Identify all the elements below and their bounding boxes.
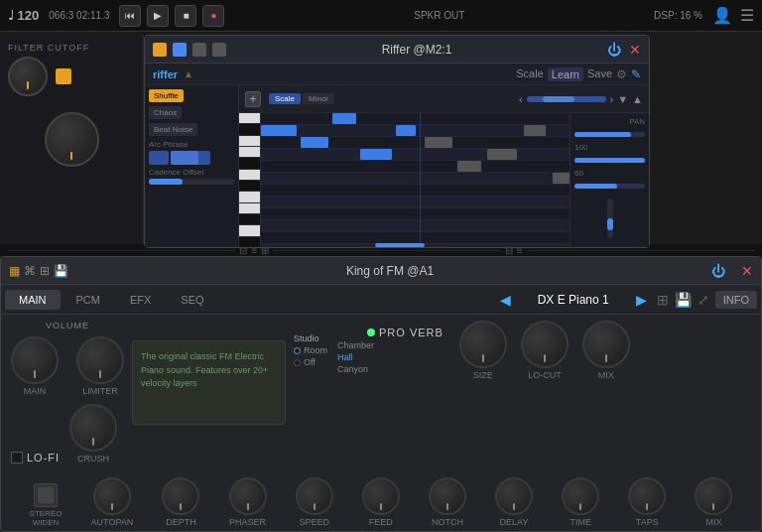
time-display: 066:3 02:11.3	[49, 10, 109, 21]
riffer-vert-slider[interactable]	[607, 199, 613, 238]
preset-next-button[interactable]: ▶	[636, 292, 647, 308]
notch-label: NOTCH	[432, 517, 463, 527]
phaser-label: PHASER	[229, 517, 266, 527]
riffer-down-icon[interactable]: ▼	[617, 93, 628, 105]
filter-cutoff-knob[interactable]	[8, 57, 48, 96]
riffer-add-btn[interactable]: +	[245, 91, 261, 107]
spkr-label: SPKR OUT	[414, 10, 464, 21]
riffer-up-icon[interactable]: ▲	[632, 93, 643, 105]
off-radio[interactable]	[294, 359, 301, 366]
kofm-close-button[interactable]: ✕	[741, 263, 753, 279]
riffer-subtitle-nav: ▲	[184, 68, 193, 79]
preset-prev-button[interactable]: ◀	[500, 292, 511, 308]
volume-knobs-row: MAIN LIMITER	[11, 336, 124, 396]
crush-knob[interactable]	[69, 404, 117, 452]
top-icons: 👤 ☰	[712, 6, 754, 25]
riffer-rate-label: 100	[574, 143, 645, 152]
main-knob[interactable]	[45, 112, 99, 167]
kofm-icon-3[interactable]: ⊞	[40, 264, 50, 278]
kofm-title-icons: ▦ ⌘ ⊞ 💾	[9, 264, 68, 278]
riffer-power-icon[interactable]: ⏻	[607, 42, 621, 58]
room-options-col: Studio Room Off	[294, 333, 327, 367]
kofm-power-button[interactable]: ⏻	[711, 263, 725, 279]
filter-cutoff-label: FILTER CUTOFF	[8, 43, 135, 53]
autopan-label: AUTOPAN	[91, 517, 134, 527]
hall-label: Hall	[337, 352, 353, 362]
phaser-knob[interactable]	[229, 477, 267, 515]
kofm-icon-1[interactable]: ▦	[9, 264, 20, 278]
kofm-icon-4[interactable]: 💾	[54, 264, 68, 278]
taps-knob[interactable]	[628, 477, 666, 515]
riffer-icon-4	[212, 43, 226, 57]
feed-knob[interactable]	[362, 477, 400, 515]
stereo-widen-label: STEREO WIDEN	[30, 509, 63, 527]
tab-main[interactable]: MAIN	[5, 290, 61, 310]
riffer-close-button[interactable]: ✕	[629, 42, 641, 58]
riffer-settings-icon[interactable]: ⚙	[616, 67, 627, 81]
lo-cut-group: LO-CUT	[521, 321, 569, 380]
limiter-knob[interactable]	[76, 336, 124, 384]
info-button[interactable]: INFO	[715, 291, 757, 309]
lo-cut-knob[interactable]	[521, 321, 569, 368]
riffer-scale-btn[interactable]: Scale	[269, 93, 301, 104]
speed-knob[interactable]	[296, 477, 333, 515]
autopan-knob[interactable]	[93, 477, 131, 515]
mix-knob[interactable]	[582, 321, 630, 368]
kofm-copy-icon[interactable]: ⊞	[657, 292, 669, 308]
riffer-sidebar-btn-2[interactable]: Chaos	[149, 106, 182, 119]
taps-group: TAPS	[628, 477, 666, 527]
riffer-minor-btn[interactable]: Minor	[303, 93, 334, 104]
kofm-titlebar: ▦ ⌘ ⊞ 💾 King of FM @A1 ⏻ ✕	[1, 257, 761, 285]
depth-knob[interactable]	[162, 477, 199, 515]
kofm-save-icon[interactable]: 💾	[675, 292, 692, 308]
riffer-sidebar-btn-3[interactable]: Beat Noise	[149, 123, 197, 136]
crush-group: CRUSH	[69, 404, 117, 464]
reverb-knobs-row: SIZE LO-CUT MIX	[459, 321, 630, 380]
stop-button[interactable]: ■	[175, 5, 196, 27]
riffer-edit-icon[interactable]: ✎	[631, 67, 641, 81]
feed-label: FEED	[369, 517, 393, 527]
tab-pcm[interactable]: PCM	[63, 290, 114, 310]
kofm-tab-icons: ⊞ 💾 ⤢ INFO	[657, 291, 757, 309]
lofi-label: LO-FI	[27, 452, 60, 464]
pro-verb-label: PRO VERB	[379, 327, 444, 338]
riffer-sidebar-btn-1[interactable]: Shuffle	[149, 89, 184, 102]
main-knob[interactable]	[11, 336, 59, 384]
main-vol-group: MAIN	[11, 336, 59, 396]
riffer-nav-1[interactable]: Scale	[516, 67, 544, 81]
notch-knob[interactable]	[429, 477, 466, 515]
dsp-label: DSP: 16 %	[654, 10, 702, 21]
profile-icon[interactable]: 👤	[712, 6, 732, 25]
record-button[interactable]: ●	[202, 5, 224, 27]
play-button[interactable]: ▶	[147, 5, 169, 27]
bottom-mix-knob[interactable]	[695, 477, 732, 515]
delay-knob[interactable]	[495, 477, 533, 515]
riffer-nav-left[interactable]: ‹	[519, 93, 523, 105]
lofi-checkbox[interactable]	[11, 452, 23, 464]
kofm-icon-2[interactable]: ⌘	[24, 264, 36, 278]
tab-seq[interactable]: SEQ	[167, 290, 217, 310]
note-1	[261, 125, 297, 136]
back-button[interactable]: ⏮	[119, 5, 141, 27]
stereo-widen-button[interactable]	[34, 483, 58, 507]
menu-icon[interactable]: ☰	[740, 6, 754, 25]
riffer-subtitle: riffer ▲ Scale Learn Save ⚙ ✎	[145, 64, 649, 85]
kofm-tabs: MAIN PCM EFX SEQ ◀ DX E Piano 1 ▶ ⊞ 💾 ⤢ …	[1, 285, 761, 315]
room-radio[interactable]	[294, 347, 301, 354]
riffer-val-label: 60	[574, 169, 645, 178]
note-grid[interactable]	[261, 113, 570, 247]
feed-group: FEED	[362, 477, 400, 527]
riffer-nav-3[interactable]: Save	[587, 67, 612, 81]
limiter-label: LIMITER	[82, 386, 118, 396]
bottom-mix-group: MIX	[695, 477, 732, 527]
riffer-nav-right[interactable]: ›	[610, 93, 614, 105]
time-label: TIME	[570, 517, 591, 527]
chamber-label: Chamber	[337, 340, 374, 350]
tab-efx[interactable]: EFX	[116, 290, 165, 310]
riffer-slider-2[interactable]	[171, 151, 210, 165]
time-knob[interactable]	[562, 477, 599, 515]
size-knob[interactable]	[459, 321, 507, 368]
kofm-expand-icon[interactable]: ⤢	[698, 292, 709, 308]
riffer-nav-2[interactable]: Learn	[548, 67, 583, 81]
riffer-slider-1[interactable]	[149, 151, 169, 165]
